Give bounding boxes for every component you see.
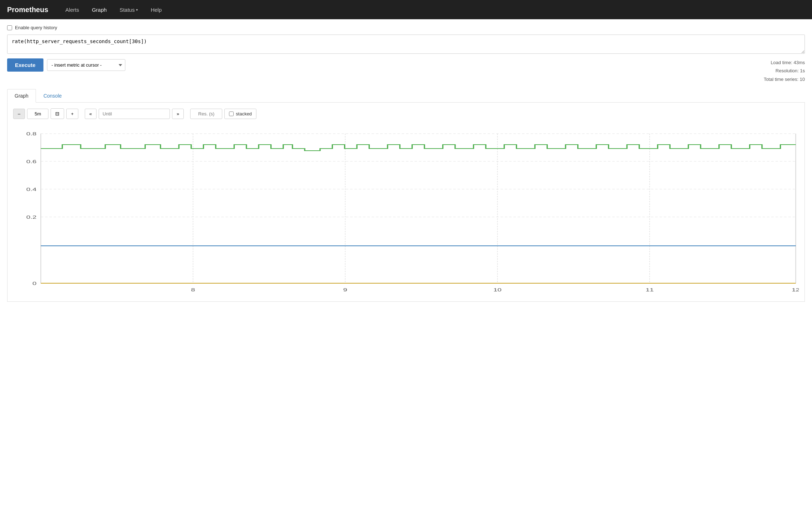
zoom-in-button[interactable]: +: [66, 109, 78, 119]
calendar-icon: ⊟: [55, 111, 59, 116]
nav-help[interactable]: Help: [144, 1, 168, 19]
load-time-stat: Load time: 43ms: [764, 58, 805, 67]
main-content: Enable query history rate(http_server_re…: [0, 19, 812, 307]
nav-alerts[interactable]: Alerts: [59, 1, 85, 19]
svg-text:0.8: 0.8: [26, 132, 37, 136]
svg-text:0.6: 0.6: [26, 160, 37, 164]
resolution-stat: Resolution: 1s: [764, 67, 805, 75]
nav-links: Alerts Graph Status ▾ Help: [59, 1, 168, 19]
svg-text:0.2: 0.2: [26, 215, 37, 220]
tab-console[interactable]: Console: [36, 89, 69, 103]
nav-status-label: Status: [120, 7, 135, 13]
metric-select[interactable]: - insert metric at cursor -: [47, 59, 125, 71]
query-history-label: Enable query history: [15, 25, 57, 30]
tabs-row: Graph Console: [7, 89, 805, 103]
graph-panel: – ⊟ + « » stacked 0.8 0.6 0.4: [7, 103, 805, 302]
query-input[interactable]: rate(http_server_requests_seconds_count[…: [7, 35, 805, 54]
calendar-button[interactable]: ⊟: [51, 108, 64, 119]
controls-row: Execute - insert metric at cursor - Load…: [7, 58, 805, 83]
time-range-input[interactable]: [27, 109, 48, 119]
zoom-out-button[interactable]: –: [13, 109, 25, 119]
chart-svg: 0.8 0.6 0.4 0.2 0 8 9: [13, 125, 799, 296]
svg-text:12: 12: [792, 288, 799, 292]
stats-panel: Load time: 43ms Resolution: 1s Total tim…: [764, 58, 805, 83]
stacked-checkbox[interactable]: [229, 112, 234, 116]
svg-text:11: 11: [646, 288, 654, 292]
svg-text:8: 8: [191, 288, 195, 292]
next-time-button[interactable]: »: [172, 109, 184, 119]
svg-text:10: 10: [493, 288, 501, 292]
tab-graph[interactable]: Graph: [7, 89, 36, 103]
stacked-text: stacked: [236, 111, 252, 116]
chart-container: 0.8 0.6 0.4 0.2 0 8 9: [13, 125, 799, 296]
nav-graph[interactable]: Graph: [85, 1, 113, 19]
navbar: Prometheus Alerts Graph Status ▾ Help: [0, 0, 812, 19]
total-series-stat: Total time series: 10: [764, 75, 805, 83]
query-history-row: Enable query history: [7, 25, 805, 30]
execute-button[interactable]: Execute: [7, 58, 43, 72]
stacked-label[interactable]: stacked: [224, 109, 256, 119]
brand-logo[interactable]: Prometheus: [7, 6, 48, 14]
query-history-checkbox[interactable]: [7, 25, 12, 30]
nav-status[interactable]: Status ▾: [113, 1, 145, 19]
chevron-down-icon: ▾: [136, 8, 138, 12]
svg-text:0: 0: [32, 281, 37, 286]
controls-left: Execute - insert metric at cursor -: [7, 58, 125, 72]
svg-text:9: 9: [343, 288, 348, 292]
prev-time-button[interactable]: «: [85, 109, 97, 119]
until-input[interactable]: [99, 109, 170, 119]
resolution-input[interactable]: [190, 109, 222, 119]
svg-text:0.4: 0.4: [26, 187, 37, 192]
graph-toolbar: – ⊟ + « » stacked: [13, 108, 799, 119]
